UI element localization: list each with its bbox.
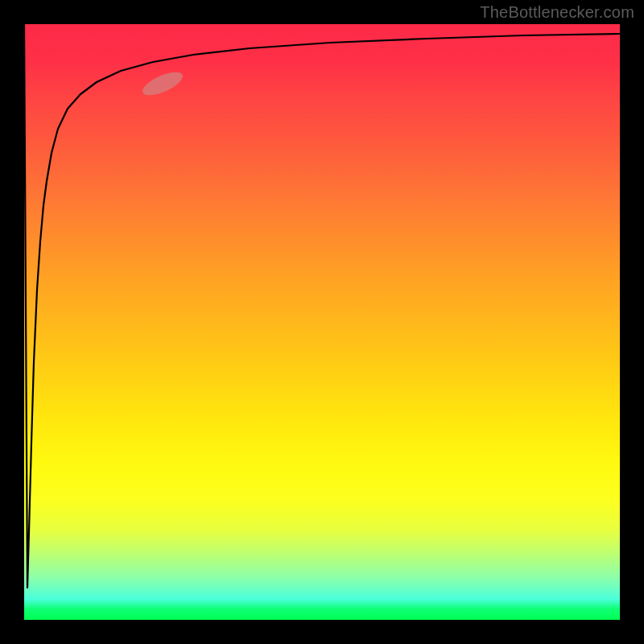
- bottleneck-curve: [24, 24, 620, 588]
- curve-marker: [139, 68, 185, 100]
- chart-svg: [24, 24, 620, 620]
- chart-plot-area: [24, 24, 620, 620]
- watermark-text: TheBottlenecker.com: [480, 3, 634, 22]
